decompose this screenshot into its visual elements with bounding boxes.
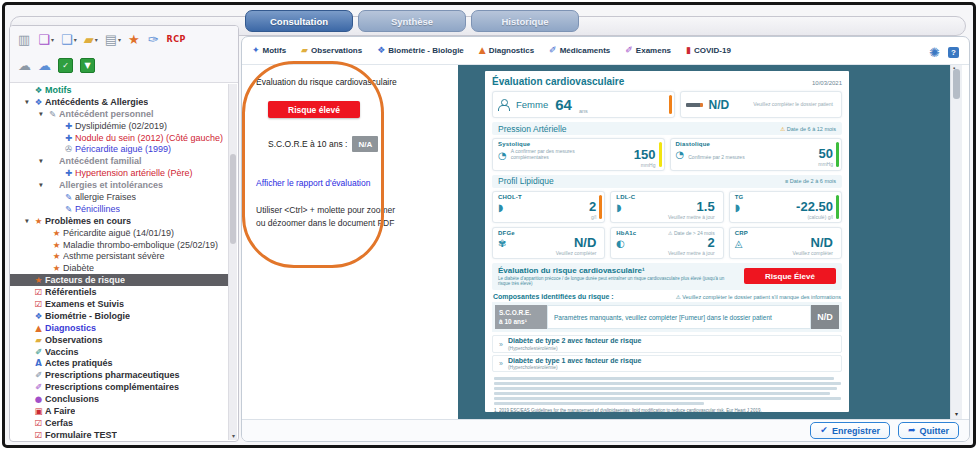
- consultation-bubble-alt-icon[interactable]: ❑ ▾: [61, 33, 77, 46]
- sidebar-item[interactable]: ▲ Diagnostics: [10, 322, 228, 334]
- sidebar-item-label: Allergies et intolérances: [59, 180, 163, 190]
- metric-status-bar: [659, 142, 662, 167]
- sidebar-item-icon: ★: [50, 251, 63, 261]
- metric-card: LDL-C ◗ 1.5 Veuillez mettre à jour: [610, 191, 723, 223]
- sidebar-item[interactable]: ❖ Biométrie - Biologie: [10, 310, 228, 322]
- help-icon[interactable]: ?: [948, 47, 959, 58]
- tree-expander-icon[interactable]: ▾: [36, 110, 46, 118]
- show-evaluation-report-link[interactable]: Afficher le rapport d'évaluation: [256, 178, 446, 188]
- stamp-icon[interactable]: ✑: [148, 33, 160, 46]
- clipboard-import-icon[interactable]: ▼: [80, 58, 95, 73]
- risk-component-row[interactable]: » Diabète de type 2 avec facteur de risq…: [492, 335, 842, 352]
- dropdown-caret-icon: ▾: [74, 36, 77, 43]
- folder-icon[interactable]: ▰ ▾: [84, 33, 98, 46]
- sidebar-item[interactable]: ★ Maladie thrombo-embolique (25/02/19): [10, 239, 228, 251]
- sidebar-item[interactable]: ★ Diabète: [10, 262, 228, 274]
- sidebar-item[interactable]: ☑ Formulaire TEST: [10, 429, 228, 441]
- pdf-scrollbar-thumb[interactable]: [953, 69, 960, 99]
- pdf-scroll-down-icon[interactable]: ▾: [951, 410, 962, 417]
- sidebar-item[interactable]: ✐ Vaccins: [10, 346, 228, 358]
- pdf-scrollbar[interactable]: ▪ ▾: [950, 65, 962, 419]
- sidebar-item[interactable]: ★ Facteurs de risque: [10, 274, 228, 286]
- tab-biometrie-biologie[interactable]: ❖ Biométrie - Biologie: [377, 44, 464, 57]
- window-tab[interactable]: Historique: [471, 10, 579, 32]
- sidebar-item[interactable]: ✇ Péricardite aiguë (1999): [10, 143, 228, 155]
- patient-sex-age-card: Femme 64 ans: [492, 91, 675, 118]
- section-tab-strip: ✦ Motifs ▰ Observations ❖ Biométrie - Bi…: [242, 37, 969, 65]
- sidebar-item[interactable]: ✎ Pénicillines: [10, 203, 228, 215]
- cloud-offline-icon[interactable]: ☁: [18, 59, 31, 72]
- tab-diagnostics[interactable]: ▲ Diagnostics: [479, 44, 534, 57]
- rcp-icon[interactable]: RCP: [167, 33, 187, 46]
- sidebar-item[interactable]: ☑ Examens et Suivis: [10, 298, 228, 310]
- patient-status-bar: [669, 95, 672, 114]
- sidebar-item[interactable]: ▾ Allergies et intolérances: [10, 179, 228, 191]
- cloud-sync-icon[interactable]: ☁: [38, 59, 51, 72]
- tab-covid-19[interactable]: ▮ COVID-19: [686, 44, 731, 57]
- sidebar-item[interactable]: ★ Asthme persistant sévère: [10, 250, 228, 262]
- cigarette-icon: [686, 103, 701, 107]
- sidebar-item[interactable]: ✚ Hypertension artérielle (Père): [10, 167, 228, 179]
- sidebar-item[interactable]: A Actes pratiqués: [10, 357, 228, 369]
- window-tab[interactable]: Consultation: [245, 10, 353, 32]
- sidebar-item[interactable]: ▣ A Faire: [10, 405, 228, 417]
- settings-gear-icon[interactable]: ✺: [929, 45, 940, 60]
- quit-button[interactable]: ➦ Quitter: [898, 422, 959, 439]
- sidebar-item[interactable]: ★ Péricardite aiguë (14/01/19): [10, 227, 228, 239]
- favorites-icon[interactable]: ★: [128, 33, 141, 46]
- sidebar-item-icon: ☑: [32, 299, 45, 309]
- patient-sex: Femme: [516, 99, 548, 110]
- tree-expander-icon[interactable]: ▾: [36, 157, 46, 165]
- tab-observations[interactable]: ▰ Observations: [301, 44, 362, 57]
- document-date: 10/03/2021: [812, 80, 842, 86]
- sidebar-item[interactable]: ☑ Référentiels: [10, 286, 228, 298]
- sidebar-item[interactable]: ● Conclusions: [10, 393, 228, 405]
- pdf-viewer[interactable]: Évaluation cardiovasculaire 10/03/2021 F…: [458, 65, 950, 419]
- sidebar-item[interactable]: ☑ Cerfas: [10, 417, 228, 429]
- sidebar-item[interactable]: ▾ Antécédent familial: [10, 155, 228, 167]
- sidebar-item[interactable]: ▾ ❖ Antécédents & Allergies: [10, 96, 228, 108]
- section-pression-arterielle: Pression Artérielle ⚠ Date de 6 à 12 moi…: [492, 122, 842, 135]
- sidebar-item-label: Facteurs de risque: [45, 275, 125, 285]
- sidebar-scroll-down-icon[interactable]: ▾: [229, 432, 238, 441]
- metric-icon: ✾: [498, 239, 506, 249]
- sidebar-item[interactable]: ▰ Observations: [10, 334, 228, 346]
- risk-level-button[interactable]: Risque élevé: [268, 101, 360, 118]
- sidebar-item[interactable]: ✚ Dyslipidémie (02/2019): [10, 120, 228, 132]
- tab-examens[interactable]: ✐ Examens: [625, 44, 671, 57]
- tab-medicaments[interactable]: ✐ Médicaments: [549, 44, 610, 57]
- sidebar-item-label: Asthme persistant sévère: [63, 251, 165, 261]
- sidebar-item[interactable]: ✐ Prescriptions pharmaceutiques: [10, 369, 228, 381]
- tab-motifs[interactable]: ✦ Motifs: [252, 44, 286, 57]
- clipboard-check-icon[interactable]: ✓: [58, 58, 73, 73]
- sidebar-item[interactable]: ▾ ★ Problèmes en cours: [10, 215, 228, 227]
- sidebar-item[interactable]: ▾ ✎ Antécédent personnel: [10, 108, 228, 120]
- tree-expander-icon[interactable]: ▾: [22, 217, 32, 225]
- sidebar-item-label: Formulaire TEST: [45, 430, 117, 440]
- sidebar-item-icon: ☑: [32, 418, 45, 428]
- metric-card: Diastolique ◔ Confirmée par 2 mesures 50…: [670, 138, 843, 171]
- consultation-bubble-icon[interactable]: ❑ ▾: [38, 33, 54, 46]
- metric-note: Veuillez mettre à jour: [616, 214, 714, 220]
- sidebar-scrollbar[interactable]: [228, 84, 237, 440]
- risk-component-row[interactable]: » Diabète de type 1 avec facteur de risq…: [492, 355, 842, 372]
- quit-button-label: Quitter: [919, 426, 949, 436]
- sidebar-item[interactable]: ❖ Motifs: [10, 84, 228, 96]
- trash-icon[interactable]: ▥: [18, 33, 31, 46]
- save-button[interactable]: ✔ Enregistrer: [810, 422, 890, 439]
- window-tab[interactable]: Synthèse: [358, 10, 466, 32]
- score-label: S.C.O.R.E à 10 ans :: [268, 139, 347, 149]
- sidebar-scrollbar-thumb[interactable]: [230, 154, 236, 244]
- section-date-badge: Date de 6 à 12 mois: [787, 126, 836, 132]
- section-tab-icon: ▲: [479, 44, 486, 57]
- metric-value: 2: [589, 201, 596, 213]
- sidebar-item[interactable]: ✎ allergie Fraises: [10, 191, 228, 203]
- tree-expander-icon[interactable]: ▾: [36, 181, 46, 189]
- sidebar-item-label: Péricardite aiguë (1999): [75, 144, 171, 154]
- sidebar-item[interactable]: ✚ Nodule du sein (2012) (Côté gauche): [10, 132, 228, 144]
- tree-expander-icon[interactable]: ▾: [22, 98, 32, 106]
- print-document-icon[interactable]: ▤ ▾: [105, 33, 121, 46]
- sidebar-item[interactable]: ✐ Prescriptions complémentaires: [10, 381, 228, 393]
- sidebar-item-label: Vaccins: [45, 347, 79, 357]
- metric-status-bar: [836, 142, 839, 167]
